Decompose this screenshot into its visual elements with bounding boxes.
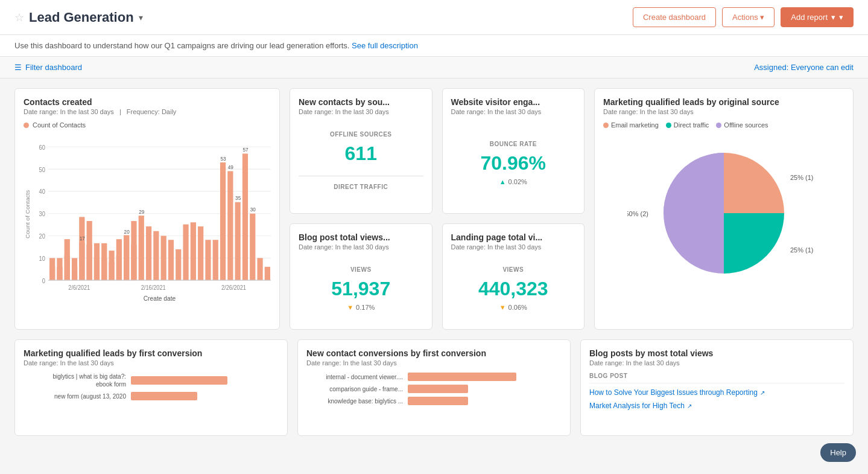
svg-text:0: 0 [42,277,45,284]
legend-email: Email marketing [603,121,659,129]
svg-text:2/6/2021: 2/6/2021 [68,284,90,290]
row-1: Contacts created Date range: In the last… [14,88,854,330]
svg-rect-36 [116,255,122,280]
svg-rect-31 [79,243,84,280]
landing-page-views-card: Landing page total vi... Date range: In … [442,223,585,330]
blog-post-link-1[interactable]: How to Solve Your Biggest Issues through… [589,388,844,397]
svg-rect-53 [242,153,248,280]
conv-bar-2 [408,385,468,393]
blog-column-header: BLOG POST [589,373,844,383]
svg-text:25% (1): 25% (1) [790,246,814,254]
star-icon[interactable]: ☆ [14,11,24,24]
landing-views-label: VIEWS [502,266,524,273]
svg-rect-34 [101,258,107,280]
mql-bar-row-2: new form (august 13, 2020 [24,392,279,400]
conv-bar-label-2: comparison guide - frame... [306,386,403,392]
bounce-rate-label: BOUNCE RATE [490,141,537,147]
assigned-label: Assigned: [754,63,788,72]
svg-text:57: 57 [242,147,248,153]
filter-dashboard-button[interactable]: ☰ Filter dashboard [14,63,82,72]
svg-rect-32 [87,245,92,280]
svg-text:20: 20 [39,233,45,240]
mql-conversion-subtitle: Date range: In the last 30 days [24,359,279,367]
conv-bar-3 [408,397,468,405]
svg-rect-45 [183,225,188,281]
svg-rect-48 [205,240,211,280]
svg-rect-30 [72,267,77,280]
conv-bar-row-3: knowledge base: biglytics ... [306,397,562,405]
svg-rect-41 [153,231,159,280]
legend-offline: Offline sources [716,121,768,129]
svg-text:17: 17 [80,235,85,242]
svg-rect-54 [250,214,255,280]
blog-post-subtitle: Date range: In the last 30 days [299,243,423,251]
svg-text:10: 10 [39,255,45,261]
legend-direct: Direct traffic [666,121,709,129]
contacts-created-card: Contacts created Date range: In the last… [14,88,280,330]
svg-rect-46 [191,222,196,280]
offline-sources-label: OFFLINE SOURCES [330,131,392,138]
svg-text:20: 20 [124,229,130,235]
direct-traffic-label: DIRECT TRAFFIC [334,184,388,190]
svg-rect-35 [109,262,114,280]
blog-views-label: VIEWS [350,266,372,273]
svg-rect-39 [139,216,144,280]
svg-text:25% (1): 25% (1) [790,174,814,181]
svg-rect-38 [131,245,136,280]
blog-post-views-card: Blog post total views... Date range: In … [290,223,432,330]
svg-rect-42 [161,236,166,281]
contact-conversions-card: New contact conversions by first convers… [297,339,571,436]
new-contacts-source-card: New contacts by sou... Date range: In th… [290,88,432,214]
mql-bars: biglytics | what is big data?:ebook form… [24,373,279,400]
bounce-change: ▲ 0.02% [499,178,527,185]
assigned-value[interactable]: Everyone can edit [791,63,854,72]
website-visitor-card: Website visitor enga... Date range: In t… [442,88,585,214]
external-link-icon-2: ↗ [687,403,692,409]
description-bar: Use this dashboard to understand how our… [0,35,868,57]
conversion-bars: internal - document viewer.... compariso… [306,373,562,405]
svg-text:30: 30 [250,207,256,213]
add-report-button[interactable]: Add report ▾ [781,7,854,27]
mql-conversion-card: Marketing qualified leads by first conve… [14,339,288,436]
svg-rect-49 [213,240,218,280]
contacts-created-subtitle: Date range: In the last 30 days | Freque… [24,108,271,115]
down-arrow-icon-2: ▼ [499,304,506,311]
svg-text:30: 30 [39,211,45,217]
blog-change: ▼ 0.17% [347,304,375,311]
svg-rect-40 [146,226,151,280]
svg-rect-47 [198,226,203,280]
svg-rect-28 [57,267,62,280]
help-label: Help [830,448,846,457]
blog-posts-card: Blog posts by most total views Date rang… [580,339,854,436]
create-dashboard-button[interactable]: Create dashboard [633,7,716,27]
legend-direct-dot [666,123,671,128]
blog-posts-subtitle: Date range: In the last 30 days [589,359,844,367]
blog-post-link-2[interactable]: Market Analysis for High Tech ↗ [589,402,844,410]
svg-text:Count of Contacts: Count of Contacts [25,190,31,239]
mql-source-subtitle: Date range: In the last 30 days [603,108,844,115]
website-visitor-title: Website visitor enga... [451,97,576,107]
svg-text:53: 53 [221,155,226,161]
landing-page-subtitle: Date range: In the last 30 days [451,243,576,251]
contact-conversions-title: New contact conversions by first convers… [306,348,562,358]
legend-email-dot [603,123,609,128]
svg-text:Create date: Create date [144,294,176,301]
svg-text:35: 35 [235,195,241,201]
pie-container: 25% (1) 25% (1) 50% (2) [603,135,844,292]
actions-button[interactable]: Actions [722,7,775,27]
up-arrow-icon: ▲ [499,178,506,185]
svg-rect-56 [265,267,270,280]
mql-bar-label-2: new form (august 13, 2020 [24,393,126,400]
mql-bar-2 [131,392,197,400]
header-left: ☆ Lead Generation ▾ [14,10,143,25]
mql-bar-row-1: biglytics | what is big data?:ebook form [24,373,279,388]
see-full-description-link[interactable]: See full description [352,41,418,50]
conv-bar-1 [408,373,516,381]
help-button[interactable]: Help [820,443,856,462]
pie-chart: 25% (1) 25% (1) 50% (2) [627,135,820,292]
contacts-created-title: Contacts created [24,97,271,107]
svg-text:29: 29 [139,208,144,214]
mql-bar-1 [131,376,227,385]
chevron-down-icon[interactable]: ▾ [139,13,143,22]
svg-rect-33 [94,258,100,280]
